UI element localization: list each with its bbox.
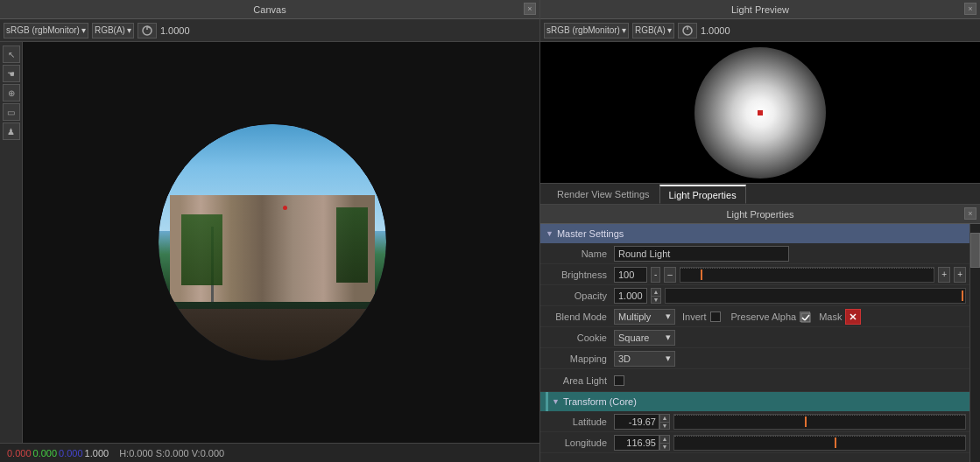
light-preview-toolbar: sRGB (rgbMonitor) ▾ RGB(A) ▾ 1.0000 <box>540 19 980 42</box>
canvas-sync-button[interactable] <box>137 23 157 38</box>
name-input[interactable] <box>614 246 789 262</box>
tab-render-view-settings[interactable]: Render View Settings <box>547 185 659 204</box>
blend-mode-dropdown[interactable]: Multiply ▾ <box>614 309 675 325</box>
latitude-label: Latitude <box>544 416 614 427</box>
select-tool-button[interactable]: ▭ <box>3 103 20 121</box>
brightness-slider[interactable] <box>680 267 934 283</box>
properties-close-button[interactable]: × <box>964 207 976 220</box>
street-area <box>159 309 386 360</box>
longitude-slider[interactable] <box>673 435 966 451</box>
transform-label: Transform (Core) <box>563 396 637 407</box>
mapping-row: Mapping 3D ▾ <box>540 348 969 369</box>
mapping-dropdown[interactable]: 3D ▾ <box>614 351 675 367</box>
preserve-alpha-label: Preserve Alpha <box>731 312 797 322</box>
master-settings-arrow[interactable]: ▼ <box>546 229 553 238</box>
opacity-slider[interactable] <box>665 288 966 304</box>
light-preview-canvas <box>540 42 980 183</box>
lp-colorspace-select[interactable]: sRGB (rgbMonitor) ▾ <box>544 23 629 38</box>
brightness-minus-button[interactable]: - <box>651 267 660 283</box>
light-center-dot <box>758 110 763 116</box>
arrow-tool-button[interactable]: ↖ <box>3 46 20 63</box>
mask-label: Mask <box>819 312 842 322</box>
opacity-up-button[interactable]: ▲ <box>651 288 661 296</box>
hand-tool-button[interactable]: ☚ <box>3 65 20 82</box>
area-light-label: Area Light <box>544 375 614 386</box>
latitude-marker <box>805 416 807 427</box>
properties-scroll-area: ▼ Master Settings Name Brightness - <box>540 224 980 462</box>
brightness-plus2-button[interactable]: + <box>954 267 966 283</box>
mapping-value-area: 3D ▾ <box>614 351 966 367</box>
canvas-panel: Canvas × sRGB (rgbMonitor) ▾ RGB(A) ▾ 1.… <box>0 0 540 462</box>
latitude-value-area: ▲ ▼ <box>614 414 966 430</box>
scrollbar-thumb[interactable] <box>970 233 980 268</box>
tree-right <box>336 207 368 283</box>
person-tool-button[interactable]: ♟ <box>3 122 20 140</box>
lp-sync-button[interactable] <box>678 23 697 38</box>
longitude-up-button[interactable]: ▲ <box>659 435 670 443</box>
latitude-down-button[interactable]: ▼ <box>659 422 670 430</box>
latitude-spin-group: ▲ ▼ <box>614 414 670 430</box>
brightness-minus2-button[interactable]: – <box>664 267 676 283</box>
latitude-row: Latitude ▲ ▼ <box>540 411 969 432</box>
brightness-input[interactable] <box>614 267 647 283</box>
brightness-marker <box>701 270 702 280</box>
canvas-channel-select[interactable]: RGB(A) ▾ <box>92 23 134 38</box>
fisheye-inner <box>159 124 386 360</box>
invert-checkbox[interactable] <box>710 312 721 322</box>
canvas-title: Canvas <box>253 4 286 15</box>
blend-mode-value-area: Multiply ▾ Invert Preserve Alpha <box>614 309 966 325</box>
canvas-colorspace-select[interactable]: sRGB (rgbMonitor) ▾ <box>4 23 88 38</box>
canvas-body: ↖ ☚ ⊕ ▭ ♟ <box>0 42 539 443</box>
cookie-dropdown[interactable]: Square ▾ <box>614 330 675 346</box>
latitude-up-button[interactable]: ▲ <box>659 414 670 422</box>
light-preview-section: Light Preview × sRGB (rgbMonitor) ▾ RGB(… <box>540 0 980 184</box>
brightness-dots <box>680 268 934 269</box>
canvas-viewport <box>23 42 539 443</box>
longitude-dots <box>674 436 965 437</box>
longitude-input[interactable] <box>614 435 659 451</box>
longitude-label: Longitude <box>544 438 614 448</box>
lp-value: 1.0000 <box>701 25 730 36</box>
blend-mode-row: Blend Mode Multiply ▾ Invert Preserve Al… <box>540 306 969 327</box>
canvas-left-tools: ↖ ☚ ⊕ ▭ ♟ <box>0 42 23 443</box>
brightness-value-area: - – + + <box>614 267 966 283</box>
right-panel: Light Preview × sRGB (rgbMonitor) ▾ RGB(… <box>540 0 980 462</box>
lp-sync-icon <box>681 24 694 37</box>
b-value: 0.000 <box>59 448 83 458</box>
longitude-row: Longitude ▲ ▼ <box>540 432 969 453</box>
name-value-area <box>614 246 966 262</box>
preserve-alpha-checkbox[interactable] <box>800 312 810 322</box>
latitude-slider[interactable] <box>673 414 966 430</box>
transform-arrow[interactable]: ▼ <box>552 397 560 406</box>
canvas-titlebar: Canvas × <box>0 0 539 19</box>
latitude-input[interactable] <box>614 414 659 430</box>
opacity-down-button[interactable]: ▼ <box>651 296 661 304</box>
mask-button[interactable] <box>845 309 861 325</box>
lp-channel-select[interactable]: RGB(A) ▾ <box>632 23 674 38</box>
opacity-value-area: ▲ ▼ <box>614 288 966 304</box>
sync-icon <box>141 24 153 37</box>
latitude-stepper: ▲ ▼ <box>659 414 670 430</box>
canvas-close-button[interactable]: × <box>524 3 536 15</box>
master-settings-label: Master Settings <box>557 228 624 239</box>
light-preview-close-button[interactable]: × <box>964 3 976 15</box>
opacity-row: Opacity ▲ ▼ <box>540 285 969 306</box>
area-light-checkbox[interactable] <box>614 375 624 386</box>
brightness-plus-button[interactable]: + <box>938 267 950 283</box>
opacity-label: Opacity <box>544 290 614 301</box>
zoom-tool-button[interactable]: ⊕ <box>3 84 20 102</box>
opacity-input[interactable] <box>614 288 647 304</box>
light-preview-titlebar: Light Preview × <box>540 0 980 19</box>
tab-light-properties[interactable]: Light Properties <box>659 185 746 204</box>
canvas-toolbar: sRGB (rgbMonitor) ▾ RGB(A) ▾ 1.0000 <box>0 19 539 42</box>
red-light <box>283 206 287 210</box>
longitude-spin-group: ▲ ▼ <box>614 435 670 451</box>
brightness-label: Brightness <box>544 270 614 280</box>
properties-scrollbar[interactable] <box>969 224 980 462</box>
longitude-down-button[interactable]: ▼ <box>659 443 670 451</box>
rgba-status: 0.000 0.000 0.000 1.000 <box>7 448 109 458</box>
light-glow <box>694 47 826 178</box>
master-settings-header: ▼ Master Settings <box>540 224 969 243</box>
longitude-stepper: ▲ ▼ <box>659 435 670 451</box>
g-value: 0.000 <box>33 448 58 458</box>
